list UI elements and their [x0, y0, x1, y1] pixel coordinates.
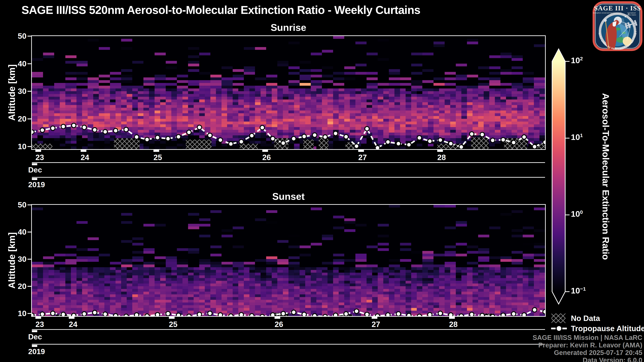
- x-tick-label: 23: [36, 153, 44, 162]
- panel-title-sunrise: Sunrise: [32, 22, 545, 33]
- colorbar-gradient: [552, 49, 565, 304]
- x-tick-mark: [169, 317, 174, 319]
- y-tick-mark: [28, 63, 32, 64]
- x-tick-label: 28: [449, 320, 458, 329]
- year-label: 2019: [28, 347, 45, 356]
- colorbar-tick-label: 101: [571, 132, 583, 142]
- logo-subtitle-left: Stratospheric Aerosol and Gas Experiment…: [593, 12, 621, 14]
- x-tick-label: 28: [437, 153, 446, 162]
- footer: SAGE III/ISS Mission | NASA LaRC Prepare…: [533, 334, 642, 362]
- panel-title-sunset: Sunset: [32, 191, 545, 202]
- footer-line-version: Data Version: 6.0.0: [533, 357, 642, 362]
- y-tick-mark: [28, 36, 32, 36]
- y-tick-mark: [28, 118, 32, 119]
- x-tick-label: 26: [274, 320, 283, 329]
- footer-line-generated: Generated 2025-07-17 20:45: [533, 349, 642, 357]
- x-tick-mark: [154, 150, 159, 152]
- year-axis-line: [32, 344, 545, 345]
- x-tick-mark: [69, 317, 74, 319]
- colorbar-tick-label: 102: [571, 56, 583, 65]
- x-tick-label: 25: [154, 153, 162, 162]
- y-tick-label: 50: [5, 31, 26, 40]
- x-tick-mark: [36, 150, 41, 152]
- colorbar-tick-label: 100: [571, 209, 583, 219]
- y-tick-mark: [28, 313, 32, 314]
- y-tick-mark: [28, 259, 32, 260]
- y-tick-label: 10: [5, 142, 26, 151]
- x-tick-mark: [274, 317, 280, 319]
- mission-logo-graphic: ✦ ✦ ✦ BALL • NASA LANGLEY RESEARCH CENTE…: [592, 1, 643, 51]
- legend-label-tropopause: Tropopause Altitude: [571, 324, 644, 333]
- y-tick-label: 20: [5, 114, 26, 123]
- x-tick-label: 24: [81, 153, 89, 162]
- x-tick-label: 25: [169, 320, 178, 329]
- x-tick-label: 23: [36, 320, 44, 329]
- x-tick-mark: [372, 317, 377, 319]
- colorbar-tick-mark: [565, 138, 570, 139]
- x-tick-mark: [36, 317, 41, 319]
- month-axis-line: [32, 329, 545, 330]
- footer-line-mission: SAGE III/ISS Mission | NASA LaRC: [533, 334, 642, 341]
- tropopause-legend-marker: [551, 326, 567, 332]
- y-tick-label: 10: [5, 309, 26, 318]
- year-tick-mark: [32, 178, 37, 180]
- y-tick-mark: [28, 232, 32, 232]
- logo-subtitle-right1: International: [627, 12, 636, 14]
- legend-label-no-data: No Data: [571, 313, 600, 323]
- month-tick-mark: [32, 330, 37, 332]
- colorbar-tick-mark: [565, 61, 570, 62]
- month-label: Dec: [28, 333, 42, 341]
- heatmap-sunset: [31, 204, 546, 317]
- year-axis-line: [32, 177, 545, 178]
- x-tick-label: 24: [69, 320, 77, 329]
- y-tick-label: 50: [5, 200, 26, 209]
- logo-subtitle-right2: Space Station: [627, 14, 636, 16]
- y-tick-mark: [28, 286, 32, 287]
- x-tick-mark: [262, 150, 268, 152]
- x-tick-label: 27: [372, 320, 380, 329]
- footer-line-preparer: Preparer: Kevin R. Leavor (AMA): [533, 341, 642, 349]
- y-tick-mark: [28, 204, 32, 205]
- month-label: Dec: [28, 166, 42, 174]
- year-tick-mark: [32, 345, 37, 347]
- star-icon: ✦: [624, 15, 626, 18]
- y-tick-mark: [28, 146, 32, 147]
- x-tick-mark: [437, 150, 443, 152]
- y-tick-mark: [28, 91, 32, 92]
- y-tick-label: 40: [5, 227, 26, 237]
- month-tick-mark: [32, 163, 37, 165]
- heatmap-canvas-sunrise: [32, 36, 545, 149]
- y-tick-label: 40: [5, 59, 26, 68]
- figure-root: SAGE III/ISS 520nm Aerosol-to-Molecular …: [0, 0, 644, 362]
- y-tick-label: 30: [5, 254, 26, 264]
- x-tick-mark: [358, 150, 364, 152]
- mission-logo: ✦ ✦ ✦ BALL • NASA LANGLEY RESEARCH CENTE…: [592, 1, 643, 51]
- colorbar-tick-label: 10−1: [571, 286, 586, 295]
- y-tick-label: 20: [5, 282, 26, 291]
- heatmap-canvas-sunset: [32, 205, 545, 316]
- colorbar-tick-mark: [565, 215, 570, 215]
- heatmap-sunrise: [31, 35, 546, 150]
- month-axis-line: [32, 162, 545, 163]
- x-tick-mark: [449, 317, 455, 319]
- colorbar-label: Aerosol-To-Molecular Extinction Ratio: [600, 93, 611, 260]
- x-tick-label: 26: [262, 153, 271, 162]
- x-tick-label: 27: [358, 153, 367, 162]
- x-tick-mark: [81, 150, 86, 152]
- y-tick-label: 30: [5, 86, 26, 96]
- colorbar-graphic: [548, 45, 592, 307]
- year-label: 2019: [28, 180, 45, 189]
- colorbar-tick-mark: [565, 291, 570, 292]
- no-data-swatch: [552, 313, 566, 323]
- logo-title: SAGE III · ISS: [594, 4, 641, 12]
- star-icon: ✦: [630, 17, 631, 19]
- page-title: SAGE III/ISS 520nm Aerosol-to-Molecular …: [22, 3, 420, 16]
- colorbar: [548, 45, 592, 307]
